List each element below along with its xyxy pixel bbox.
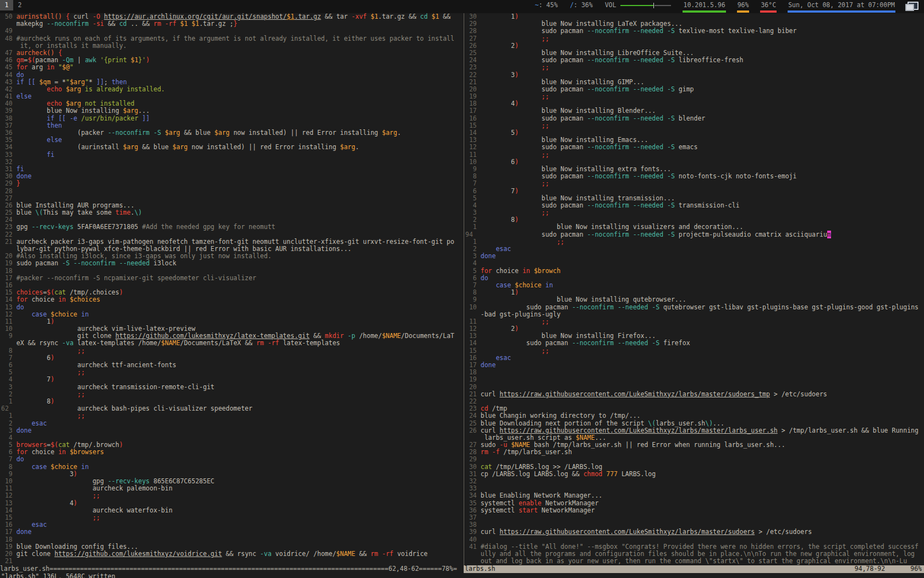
volume-slider[interactable]	[620, 3, 671, 8]
code-line-left[interactable]: 17 done	[1, 528, 464, 536]
code-line-right[interactable]: 19 ;;	[465, 93, 924, 100]
code-line-right[interactable]: 36 systemctl start NetworkManager	[465, 507, 924, 514]
code-line-right[interactable]: out and log back in as your new user, th…	[465, 558, 924, 565]
code-line-right[interactable]: 15 ;;	[465, 347, 924, 355]
code-line-left[interactable]: 17 #packer --noconfirm -S ncpamixer-git …	[1, 275, 464, 282]
code-line-left[interactable]: 38 if [[ -e /usr/bin/packer ]]	[1, 115, 464, 122]
line-number: 22	[1, 231, 16, 238]
code-line-left[interactable]: 21	[1, 558, 464, 565]
code-line-right[interactable]: 18	[465, 369, 924, 376]
line-number: 18	[465, 100, 481, 107]
code-line-left[interactable]: 29 }	[1, 180, 464, 187]
code-line-right[interactable]: 31 cp /LARBS.log LARBS.log && chmod 777 …	[465, 471, 924, 478]
line-number: 16	[1, 521, 16, 528]
root-disk-usage: /: 36%	[569, 0, 593, 13]
line-number: 4	[1, 434, 16, 441]
line-number: 34	[465, 492, 481, 499]
code-line-left[interactable]: 5 ;;	[1, 369, 464, 376]
vertical-split-divider[interactable]	[464, 13, 464, 565]
display-icon[interactable]	[905, 2, 917, 10]
line-number: 6	[465, 274, 481, 282]
workspace-tab-1[interactable]: 1	[0, 0, 13, 10]
code-line-right[interactable]: 23 ;;	[465, 64, 924, 71]
line-number: 35	[465, 499, 481, 507]
code-line-left[interactable]: it, or installs it manually.	[1, 42, 464, 50]
code-line-left[interactable]: 2 ;;	[1, 391, 464, 398]
line-number: 37	[465, 514, 481, 521]
code-line-left[interactable]: 25 blue \(This may take some time.\)	[1, 209, 464, 216]
line-number: 16	[1, 281, 16, 289]
code-line-left[interactable]: makepkg --noconfirm -si && cd .. && rm -…	[1, 20, 464, 28]
code-line-right[interactable]: 3 ;;	[465, 209, 924, 216]
code-line-left[interactable]: 1 ;;	[1, 412, 464, 419]
statusline-active-right: larbs.sh 94,78-92 96%	[464, 565, 924, 573]
code-line-right[interactable]: 39 curl https://raw.githubusercontent.co…	[465, 528, 924, 536]
code-line-left[interactable]: 14 for choice in $choices	[1, 296, 464, 303]
line-number: 1	[465, 223, 481, 231]
code-line-right[interactable]: 11 ;;	[465, 151, 924, 159]
code-line-left[interactable]: 6 for choice in $browsers	[1, 449, 464, 456]
code-line-left[interactable]: 45 for arg in "$@"	[1, 64, 464, 71]
code-line-right[interactable]: 3 done	[465, 253, 924, 260]
line-number: 2	[1, 419, 16, 427]
vim-left-pane[interactable]: 50 aurinstall() { curl -O https://aur.ar…	[1, 13, 464, 565]
line-number: 12	[1, 492, 16, 499]
code-line-left[interactable]: 8 ;;	[1, 347, 464, 355]
code-line-right[interactable]: 28 rm -f /tmp/larbs_user.sh	[465, 449, 924, 456]
code-line-left[interactable]: 2 esac	[1, 420, 464, 427]
line-number: 3	[465, 209, 481, 216]
code-line-left[interactable]: 30 done	[1, 173, 464, 180]
top-status-bar: 1 2 ~: 45% /: 36% VOL 10.201.5.96 96% 36…	[0, 0, 924, 13]
line-number: 24	[465, 412, 481, 419]
code-line-left[interactable]: 16 esac	[1, 521, 464, 528]
code-line-left[interactable]: 33 fi	[1, 151, 464, 159]
line-number: 10	[465, 303, 481, 311]
workspace-tab-2[interactable]: 2	[13, 0, 26, 10]
code-line-left[interactable]: 15 ;;	[1, 514, 464, 521]
code-line-right[interactable]: 7 case $choice in	[465, 282, 924, 289]
code-line-left[interactable]: 20 git clone https://github.com/lukesmit…	[1, 550, 464, 558]
code-line-right[interactable]: 21 curl https://raw.githubusercontent.co…	[465, 391, 924, 398]
line-number: 13	[465, 332, 481, 340]
line-number: 25	[1, 209, 16, 216]
line-number: 14	[465, 339, 481, 347]
line-number: 25	[465, 419, 481, 427]
line-number: 16	[465, 354, 481, 362]
line-number: 13	[1, 499, 16, 507]
code-line-right[interactable]: 19	[465, 376, 924, 383]
code-line-right[interactable]: 37	[465, 514, 924, 521]
code-line-right[interactable]: 7 ;;	[465, 180, 924, 187]
line-number: 14	[1, 296, 16, 303]
code-line-left[interactable]: 23 gpg --recv-keys 5FAF0A6EE7371805 #Add…	[1, 223, 464, 231]
code-line-right[interactable]: 22	[465, 398, 924, 405]
line-number: 17	[1, 274, 16, 282]
code-line-right[interactable]: 32	[465, 478, 924, 485]
code-line-right[interactable]: 16 esac	[465, 355, 924, 362]
line-number: 39	[1, 107, 16, 114]
line-number: 5	[1, 368, 16, 376]
code-line-left[interactable]: 32	[1, 159, 464, 166]
code-line-left[interactable]: 42 echo $arg is already installed.	[1, 86, 464, 93]
code-line-right[interactable]: 15 ;;	[465, 122, 924, 129]
line-number: 38	[1, 114, 16, 122]
code-line-right[interactable]: 5 for choice in $browch	[465, 268, 924, 275]
line-number: 28	[465, 27, 481, 35]
code-line-left[interactable]: 19 sudo pacman -S --noconfirm --needed i…	[1, 260, 464, 267]
line-number: 1	[465, 238, 481, 246]
code-line-left[interactable]: 12 case $choice in	[1, 311, 464, 318]
code-line-right[interactable]: 11 ;;	[465, 318, 924, 325]
code-line-right[interactable]: 1 ;;	[465, 238, 924, 246]
code-line-right[interactable]: 17 done	[465, 362, 924, 369]
code-line-right[interactable]: 2 esac	[465, 246, 924, 253]
line-number	[1, 339, 16, 347]
code-line-right[interactable]: 27 ;;	[465, 35, 924, 42]
code-line-left[interactable]: 31 fi	[1, 166, 464, 173]
code-line-left[interactable]: 28	[1, 188, 464, 195]
line-number: 48	[1, 35, 16, 42]
code-line-left[interactable]: 36 (packer --noconfirm -S $arg && blue $…	[1, 129, 464, 137]
vim-right-pane[interactable]: 30 1) 29 blue Now installing LaTeX packa…	[465, 13, 924, 565]
line-number: 9	[1, 332, 16, 340]
code-line-left[interactable]: 34 (aurinstall $arg && blue $arg now ins…	[1, 144, 464, 151]
line-number: 32	[465, 477, 481, 485]
code-line-left[interactable]: 3 done	[1, 427, 464, 434]
